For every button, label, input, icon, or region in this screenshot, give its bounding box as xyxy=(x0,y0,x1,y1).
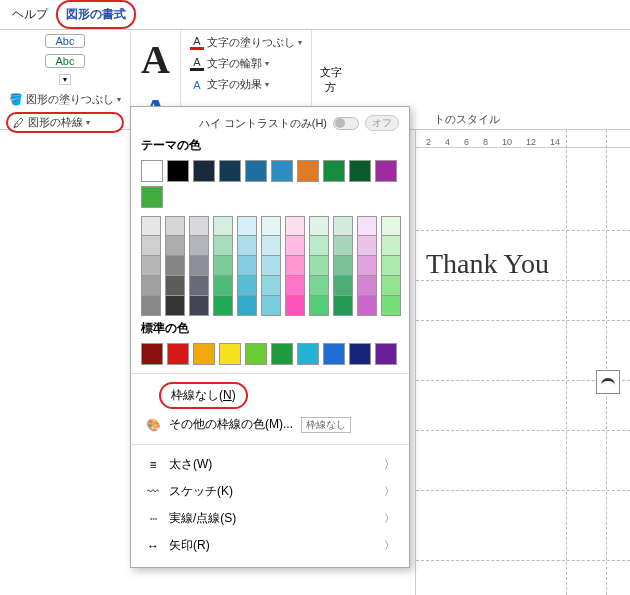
color-swatch[interactable] xyxy=(189,256,209,276)
color-swatch[interactable] xyxy=(189,216,209,236)
text-outline-button[interactable]: A 文字の輪郭▾ xyxy=(187,55,305,72)
color-swatch[interactable] xyxy=(141,216,161,236)
no-outline-item[interactable]: 枠線なし(N) xyxy=(159,382,248,409)
color-swatch[interactable] xyxy=(375,160,397,182)
color-swatch[interactable] xyxy=(245,343,267,365)
tab-shape-format[interactable]: 図形の書式 xyxy=(56,0,136,29)
tab-help[interactable]: ヘルプ xyxy=(4,2,56,27)
color-swatch[interactable] xyxy=(381,256,401,276)
color-swatch[interactable] xyxy=(237,296,257,316)
color-swatch[interactable] xyxy=(189,296,209,316)
shape-style-preset-2[interactable]: Abc xyxy=(45,54,85,68)
color-swatch[interactable] xyxy=(381,296,401,316)
chevron-right-icon: 〉 xyxy=(384,457,395,472)
color-swatch[interactable] xyxy=(193,160,215,182)
color-swatch[interactable] xyxy=(261,276,281,296)
color-swatch[interactable] xyxy=(309,296,329,316)
outline-weight-item[interactable]: ≡ 太さ(W) 〉 xyxy=(141,451,399,478)
color-swatch[interactable] xyxy=(271,343,293,365)
high-contrast-toggle[interactable] xyxy=(333,117,359,130)
color-swatch[interactable] xyxy=(165,256,185,276)
color-swatch[interactable] xyxy=(285,276,305,296)
color-swatch[interactable] xyxy=(381,276,401,296)
color-swatch[interactable] xyxy=(285,216,305,236)
color-swatch[interactable] xyxy=(261,296,281,316)
pen-outline-icon: 🖊 xyxy=(11,116,25,130)
chevron-right-icon: 〉 xyxy=(384,538,395,553)
color-swatch[interactable] xyxy=(165,236,185,256)
color-swatch[interactable] xyxy=(141,343,163,365)
color-swatch[interactable] xyxy=(237,276,257,296)
shape-fill-button[interactable]: 🪣 図形の塗りつぶし ▾ xyxy=(6,91,124,108)
color-swatch[interactable] xyxy=(167,160,189,182)
color-swatch[interactable] xyxy=(297,343,319,365)
color-swatch[interactable] xyxy=(165,296,185,316)
color-swatch[interactable] xyxy=(213,296,233,316)
color-swatch[interactable] xyxy=(323,343,345,365)
layout-options-handle[interactable] xyxy=(596,370,620,394)
color-swatch[interactable] xyxy=(213,236,233,256)
color-swatch[interactable] xyxy=(141,296,161,316)
color-swatch[interactable] xyxy=(309,256,329,276)
color-swatch[interactable] xyxy=(375,343,397,365)
color-swatch[interactable] xyxy=(219,160,241,182)
color-swatch[interactable] xyxy=(189,276,209,296)
text-fill-button[interactable]: A 文字の塗りつぶし▾ xyxy=(187,34,305,51)
color-swatch[interactable] xyxy=(213,216,233,236)
color-swatch[interactable] xyxy=(237,256,257,276)
color-swatch[interactable] xyxy=(237,216,257,236)
color-swatch[interactable] xyxy=(285,236,305,256)
color-swatch[interactable] xyxy=(349,160,371,182)
color-swatch[interactable] xyxy=(271,160,293,182)
color-swatch[interactable] xyxy=(333,296,353,316)
color-swatch[interactable] xyxy=(285,256,305,276)
shape-style-more[interactable]: ▾ xyxy=(59,74,71,85)
text-effects-button[interactable]: A 文字の効果▾ xyxy=(187,76,305,93)
color-swatch[interactable] xyxy=(349,343,371,365)
color-swatch[interactable] xyxy=(309,216,329,236)
sketch-icon: 〰 xyxy=(145,485,161,499)
color-swatch[interactable] xyxy=(141,276,161,296)
color-swatch[interactable] xyxy=(213,256,233,276)
color-swatch[interactable] xyxy=(381,216,401,236)
color-swatch[interactable] xyxy=(261,236,281,256)
shape-outline-button[interactable]: 🖊 図形の枠線 ▾ xyxy=(6,112,124,133)
color-swatch[interactable] xyxy=(261,256,281,276)
wordart-preset-1[interactable]: A xyxy=(141,36,170,83)
dashes-icon: ┄ xyxy=(145,512,161,526)
color-swatch[interactable] xyxy=(219,343,241,365)
color-swatch[interactable] xyxy=(357,256,377,276)
color-swatch[interactable] xyxy=(245,160,267,182)
color-swatch[interactable] xyxy=(357,296,377,316)
color-swatch[interactable] xyxy=(189,236,209,256)
color-swatch[interactable] xyxy=(323,160,345,182)
color-swatch[interactable] xyxy=(357,236,377,256)
color-swatch[interactable] xyxy=(237,236,257,256)
color-swatch[interactable] xyxy=(333,276,353,296)
color-swatch[interactable] xyxy=(381,236,401,256)
color-swatch[interactable] xyxy=(333,256,353,276)
outline-sketch-item[interactable]: 〰 スケッチ(K) 〉 xyxy=(141,478,399,505)
color-swatch[interactable] xyxy=(141,236,161,256)
more-outline-colors-item[interactable]: 🎨 その他の枠線の色(M)... 枠線なし xyxy=(141,411,399,438)
color-swatch[interactable] xyxy=(285,296,305,316)
outline-dashes-item[interactable]: ┄ 実線/点線(S) 〉 xyxy=(141,505,399,532)
color-swatch[interactable] xyxy=(165,276,185,296)
color-swatch[interactable] xyxy=(297,160,319,182)
outline-arrows-item[interactable]: ↔ 矢印(R) 〉 xyxy=(141,532,399,559)
color-swatch[interactable] xyxy=(141,256,161,276)
color-swatch[interactable] xyxy=(167,343,189,365)
color-swatch[interactable] xyxy=(193,343,215,365)
color-swatch[interactable] xyxy=(357,216,377,236)
color-swatch[interactable] xyxy=(309,276,329,296)
color-swatch[interactable] xyxy=(333,236,353,256)
shape-style-preset-1[interactable]: Abc xyxy=(45,34,85,48)
color-swatch[interactable] xyxy=(213,276,233,296)
color-swatch[interactable] xyxy=(141,160,163,182)
color-swatch[interactable] xyxy=(261,216,281,236)
color-swatch[interactable] xyxy=(165,216,185,236)
color-swatch[interactable] xyxy=(141,186,163,208)
color-swatch[interactable] xyxy=(357,276,377,296)
color-swatch[interactable] xyxy=(333,216,353,236)
color-swatch[interactable] xyxy=(309,236,329,256)
